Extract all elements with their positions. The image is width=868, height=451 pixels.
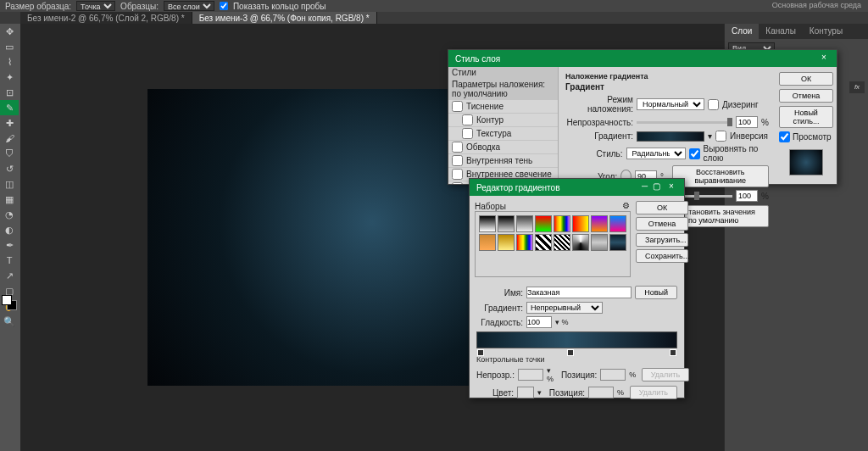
grad-style-select[interactable]: Радиальный — [626, 148, 686, 159]
color-stop[interactable] — [477, 349, 484, 356]
heal-tool-icon[interactable]: ✚ — [0, 115, 19, 131]
show-ring-checkbox[interactable] — [220, 2, 228, 10]
gradient-bar[interactable] — [476, 331, 677, 348]
preset-swatch[interactable] — [572, 215, 589, 232]
cancel-button[interactable]: Отмена — [779, 89, 833, 103]
name-input[interactable] — [526, 287, 632, 298]
style-item[interactable]: Обводка — [448, 141, 558, 154]
preset-swatch[interactable] — [609, 215, 626, 232]
crop-tool-icon[interactable]: ⊡ — [0, 85, 19, 100]
preset-swatch[interactable] — [535, 215, 552, 232]
defaults-row[interactable]: Параметры наложения: по умолчанию — [452, 80, 554, 98]
smooth-input[interactable] — [526, 316, 552, 328]
preset-swatch[interactable] — [479, 215, 496, 232]
preset-swatch[interactable] — [479, 234, 496, 251]
ge-cancel-button[interactable]: Отмена — [636, 217, 688, 231]
minimize-icon[interactable]: ─ — [642, 181, 648, 193]
preset-swatch[interactable] — [516, 215, 533, 232]
stop-pos-label: Позиция: — [561, 370, 597, 380]
subsection: Градиент — [565, 82, 769, 92]
pen-tool-icon[interactable]: ✒ — [0, 237, 19, 253]
restore-align-button[interactable]: Восстановить выравнивание — [672, 165, 770, 187]
opacity-input[interactable] — [736, 116, 758, 128]
new-gradient-button[interactable]: Новый — [635, 286, 677, 299]
inverse-checkbox[interactable] — [715, 131, 726, 142]
preset-swatch[interactable] — [535, 234, 552, 251]
preset-swatch[interactable] — [498, 215, 515, 232]
sample-size-select[interactable]: Точка — [76, 1, 115, 11]
fx-icon[interactable]: fx — [849, 81, 865, 93]
preset-swatch[interactable] — [554, 234, 570, 251]
preset-swatch[interactable] — [591, 215, 608, 232]
gradient-preview[interactable] — [637, 131, 704, 142]
scale-input[interactable] — [736, 190, 758, 202]
move-tool-icon[interactable]: ✥ — [0, 24, 19, 39]
ok-button[interactable]: ОК — [779, 72, 833, 86]
paths-tab[interactable]: Контуры — [803, 24, 849, 39]
style-item[interactable]: Контур — [448, 114, 558, 127]
preset-swatch[interactable] — [554, 215, 570, 232]
dodge-tool-icon[interactable]: ◐ — [0, 222, 19, 237]
preset-swatch[interactable] — [591, 234, 608, 251]
ge-save-button[interactable]: Сохранить... — [636, 249, 688, 263]
wand-tool-icon[interactable]: ✦ — [0, 70, 19, 85]
style-label: Стиль: — [565, 149, 623, 159]
preset-swatch[interactable] — [498, 234, 515, 251]
preset-swatch[interactable] — [516, 234, 533, 251]
stamp-tool-icon[interactable]: ⛉ — [0, 146, 19, 161]
close-icon[interactable]: × — [818, 53, 830, 64]
grad-type-select[interactable]: Непрерывный — [526, 302, 603, 314]
preview-checkbox[interactable] — [779, 131, 790, 142]
path-tool-icon[interactable]: ↗ — [0, 268, 19, 283]
dither-checkbox[interactable] — [708, 99, 719, 110]
sample-size-label: Размер образца: — [5, 2, 71, 11]
blend-mode-select[interactable]: Нормальный — [637, 98, 704, 110]
gradient-editor-title: Редактор градиентов — [476, 183, 559, 192]
preset-swatch[interactable] — [572, 234, 589, 251]
maximize-icon[interactable]: ▢ — [653, 181, 660, 193]
foreground-swatch[interactable] — [2, 295, 12, 305]
style-item[interactable]: Текстура — [448, 127, 558, 141]
color-stop[interactable] — [567, 349, 574, 356]
eyedropper-tool-icon[interactable]: ✎ — [0, 100, 19, 115]
eraser-tool-icon[interactable]: ◫ — [0, 176, 19, 192]
styles-header[interactable]: Стили — [452, 68, 476, 77]
workspace-label[interactable]: Основная рабочая среда — [772, 1, 861, 9]
type-label: Градиент: — [476, 303, 523, 313]
lasso-tool-icon[interactable]: ⌇ — [0, 54, 19, 70]
color-stop[interactable] — [670, 349, 676, 356]
layers-tab[interactable]: Слои — [725, 24, 759, 39]
layer-style-title: Стиль слоя — [455, 54, 500, 64]
stop-pos-input — [600, 369, 626, 381]
brush-tool-icon[interactable]: 🖌 — [0, 131, 19, 146]
history-brush-icon[interactable]: ↺ — [0, 161, 19, 176]
gear-icon[interactable]: ⚙ — [620, 201, 631, 211]
stop-opacity-input — [518, 369, 543, 381]
marquee-tool-icon[interactable]: ▭ — [0, 39, 19, 54]
blend-label: Режим наложения: — [565, 95, 633, 114]
layer-style-dialog: Стиль слоя × Стили Параметры наложения: … — [448, 49, 837, 185]
opacity-slider[interactable] — [637, 121, 732, 124]
sample-select[interactable]: Все слои — [164, 1, 214, 11]
preview-thumb — [789, 149, 823, 175]
preset-swatch[interactable] — [609, 234, 626, 251]
ge-load-button[interactable]: Загрузить... — [636, 233, 688, 247]
blur-tool-icon[interactable]: ◔ — [0, 207, 19, 222]
doc-tab-2[interactable]: Без имени-3 @ 66,7% (Фон копия, RGB/8) * — [192, 12, 377, 24]
presets-grid — [475, 211, 631, 277]
style-item[interactable]: Тиснение — [448, 100, 558, 114]
style-item[interactable]: Внутренняя тень — [448, 154, 558, 168]
align-checkbox[interactable] — [689, 148, 700, 159]
stop-pos-input2 — [588, 387, 614, 398]
sample-label: Образцы: — [120, 2, 159, 11]
new-style-button[interactable]: Новый стиль... — [779, 106, 833, 128]
channels-tab[interactable]: Каналы — [759, 24, 803, 39]
ge-ok-button[interactable]: ОК — [636, 201, 688, 214]
section-title: Наложение градиента — [565, 72, 769, 81]
gradient-tool-icon[interactable]: ▦ — [0, 192, 19, 207]
type-tool-icon[interactable]: T — [0, 253, 19, 268]
zoom-tool-icon[interactable]: 🔍 — [0, 314, 19, 329]
close-icon[interactable]: × — [665, 181, 677, 193]
doc-tab-1[interactable]: Без имени-2 @ 66,7% (Слой 2, RGB/8) * — [20, 12, 192, 24]
tool-column: ✥ ▭ ⌇ ✦ ⊡ ✎ ✚ 🖌 ⛉ ↺ ◫ ▦ ◔ ◐ ✒ T ↗ ▢ ✋ 🔍 — [0, 24, 19, 329]
